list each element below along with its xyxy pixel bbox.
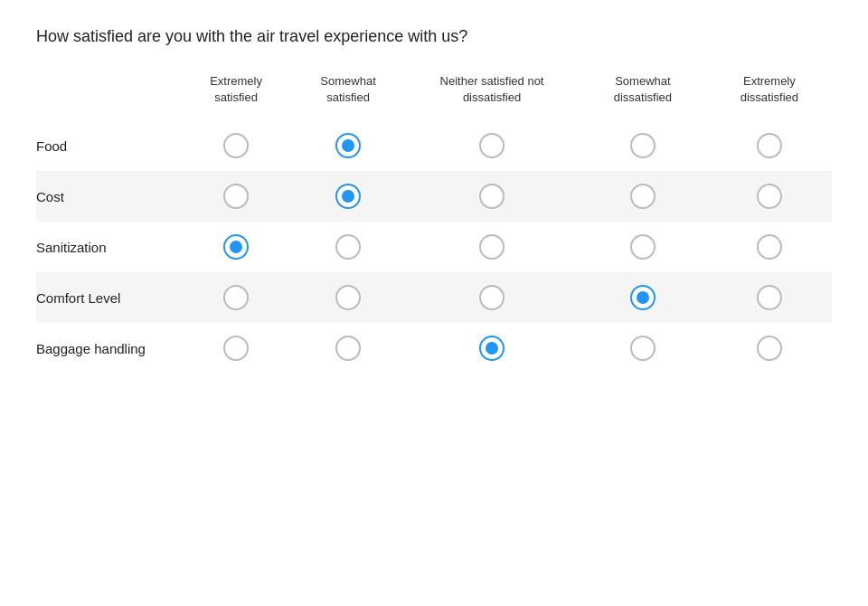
radio-cell-food-col-0[interactable] (181, 120, 291, 171)
radio-cell-food-col-4[interactable] (707, 120, 832, 171)
question-title: How satisfied are you with the air trave… (36, 27, 832, 46)
radio-cell-sanitization-col-1[interactable] (291, 222, 405, 272)
radio-food-1[interactable] (335, 133, 361, 158)
col-header-somewhat-satisfied: Somewhat satisfied (291, 73, 405, 120)
radio-cell-baggage-handling-col-2[interactable] (405, 323, 579, 374)
radio-sanitization-2[interactable] (479, 234, 505, 260)
radio-food-4[interactable] (757, 133, 782, 158)
radio-cost-3[interactable] (630, 184, 656, 209)
radio-cell-sanitization-col-2[interactable] (405, 222, 579, 272)
radio-cell-baggage-handling-col-3[interactable] (579, 323, 707, 374)
col-header-neither: Neither satisfied not dissatisfied (405, 73, 579, 120)
radio-cell-comfort-level-col-2[interactable] (405, 272, 579, 323)
radio-baggage-handling-3[interactable] (630, 336, 656, 361)
radio-cell-cost-col-0[interactable] (181, 171, 291, 222)
radio-food-2[interactable] (479, 133, 505, 158)
radio-food-3[interactable] (630, 133, 656, 158)
radio-baggage-handling-0[interactable] (223, 336, 249, 361)
radio-cell-comfort-level-col-0[interactable] (181, 272, 291, 323)
row-label-cost: Cost (36, 171, 181, 222)
col-header-somewhat-dissatisfied: Somewhat dissatisfied (579, 73, 707, 120)
radio-cell-cost-col-4[interactable] (707, 171, 832, 222)
radio-cell-comfort-level-col-3[interactable] (579, 272, 707, 323)
radio-food-0[interactable] (223, 133, 249, 158)
radio-comfort-level-2[interactable] (479, 285, 505, 310)
radio-sanitization-4[interactable] (757, 234, 782, 260)
radio-cell-sanitization-col-0[interactable] (181, 222, 291, 272)
col-header-extremely-satisfied: Extremely satisfied (181, 73, 291, 120)
row-label-baggage-handling: Baggage handling (36, 323, 181, 374)
radio-cell-food-col-1[interactable] (291, 120, 405, 171)
radio-baggage-handling-2[interactable] (479, 336, 505, 361)
survey-table: Extremely satisfied Somewhat satisfied N… (36, 73, 832, 374)
radio-cell-baggage-handling-col-4[interactable] (707, 323, 832, 374)
radio-cell-food-col-2[interactable] (405, 120, 579, 171)
radio-cost-2[interactable] (479, 184, 505, 209)
radio-cell-food-col-3[interactable] (579, 120, 707, 171)
radio-sanitization-0[interactable] (223, 234, 249, 260)
radio-cell-comfort-level-col-1[interactable] (291, 272, 405, 323)
radio-comfort-level-0[interactable] (223, 285, 249, 310)
col-header-extremely-dissatisfied: Extremely dissatisfied (707, 73, 832, 120)
radio-baggage-handling-1[interactable] (335, 336, 361, 361)
radio-comfort-level-4[interactable] (757, 285, 782, 310)
radio-baggage-handling-4[interactable] (757, 336, 782, 361)
radio-sanitization-1[interactable] (335, 234, 361, 260)
radio-comfort-level-3[interactable] (630, 285, 656, 310)
radio-sanitization-3[interactable] (630, 234, 656, 260)
radio-cell-comfort-level-col-4[interactable] (707, 272, 832, 323)
col-header-empty (36, 73, 181, 120)
radio-cell-cost-col-3[interactable] (579, 171, 707, 222)
radio-cost-0[interactable] (223, 184, 249, 209)
radio-cost-1[interactable] (335, 184, 361, 209)
radio-cell-cost-col-1[interactable] (291, 171, 405, 222)
radio-cell-cost-col-2[interactable] (405, 171, 579, 222)
row-label-food: Food (36, 120, 181, 171)
row-label-sanitization: Sanitization (36, 222, 181, 272)
row-label-comfort-level: Comfort Level (36, 272, 181, 323)
radio-cell-baggage-handling-col-0[interactable] (181, 323, 291, 374)
radio-cost-4[interactable] (757, 184, 782, 209)
radio-cell-sanitization-col-4[interactable] (707, 222, 832, 272)
radio-comfort-level-1[interactable] (335, 285, 361, 310)
radio-cell-sanitization-col-3[interactable] (579, 222, 707, 272)
radio-cell-baggage-handling-col-1[interactable] (291, 323, 405, 374)
